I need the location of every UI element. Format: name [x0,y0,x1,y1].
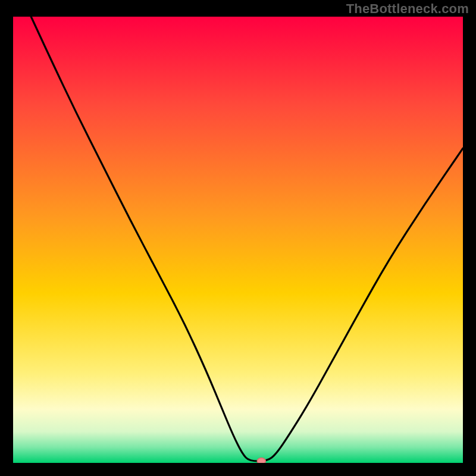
chart-svg [13,17,463,463]
chart-frame: TheBottleneck.com [0,0,476,476]
watermark-text: TheBottleneck.com [346,1,469,17]
optimum-marker [257,458,265,464]
plot-area [13,17,463,463]
gradient-background [13,17,463,463]
